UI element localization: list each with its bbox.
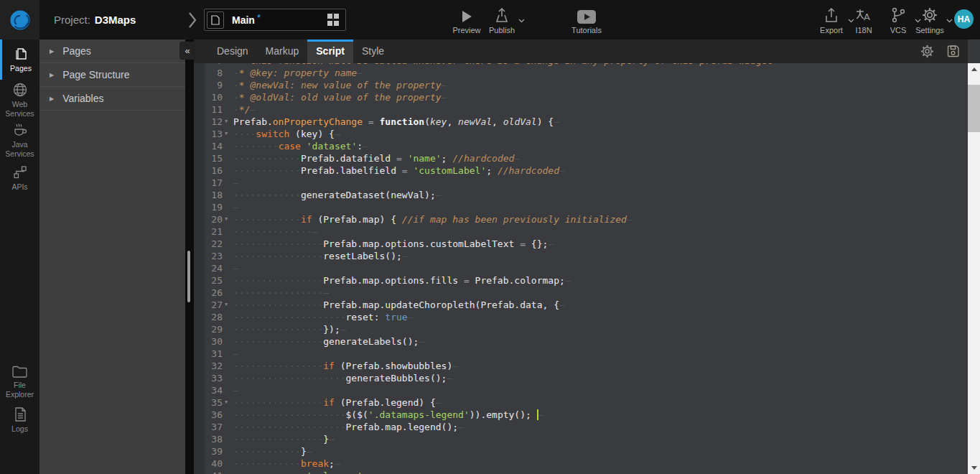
tab-markup[interactable]: Markup [257, 40, 308, 63]
line-number: 25 [194, 274, 223, 287]
code-text: ················});– [233, 323, 346, 335]
code-area: 7 * this function will be called wheneve… [194, 63, 968, 474]
code-line-37[interactable]: 37····················Prefab.map.legend(… [194, 421, 968, 433]
code-line-40[interactable]: 40············break;– [194, 457, 968, 470]
sidebar-item-file-explorer[interactable]: File Explorer [0, 361, 39, 401]
code-token-ws: ···················· [233, 409, 346, 420]
code-line-30[interactable]: 30················generateLabels();– [194, 335, 968, 348]
fold-arrow-icon[interactable]: ▼ [223, 213, 233, 226]
breadcrumb-chevron-icon [188, 11, 197, 29]
fold-arrow-icon[interactable]: ▼ [223, 396, 233, 409]
fold-arrow-icon[interactable]: ▼ [223, 128, 233, 140]
code-text: ············Prefab.labelfield = 'customL… [233, 164, 565, 177]
fold-gutter [223, 384, 233, 396]
fold-arrow-icon[interactable]: ▼ [223, 116, 233, 128]
code-line-13[interactable]: 13▼····switch (key) {– [194, 128, 968, 140]
page-switcher-grid-icon[interactable] [327, 14, 340, 26]
line-number: 40 [194, 457, 223, 470]
scrollbar-thumb[interactable] [968, 85, 980, 132]
code-line-24[interactable]: 24– [194, 262, 968, 274]
code-token-pln: Prefab.map.legend(); [346, 422, 459, 432]
settings-button[interactable]: Settings [910, 5, 950, 34]
code-line-20[interactable]: 20▼············if (Prefab.map) { //if ma… [194, 213, 968, 226]
panel-collapse-button[interactable]: « [179, 42, 195, 60]
code-token-pln: ) { [537, 116, 554, 127]
user-avatar[interactable]: HA [954, 9, 974, 29]
eol-marker: – [233, 263, 239, 274]
editor-settings-gear-icon[interactable] [920, 44, 935, 59]
code-line-29[interactable]: 29················});– [194, 323, 968, 335]
eol-marker: – [363, 141, 368, 152]
code-line-17[interactable]: 17– [194, 177, 968, 189]
code-line-31[interactable]: 31– [194, 348, 968, 360]
panel-splitter[interactable] [185, 40, 194, 474]
wavemaker-logo[interactable] [0, 0, 39, 40]
code-line-38[interactable]: 38················}– [194, 433, 968, 445]
code-line-36[interactable]: 36····················$($('.datamaps-leg… [194, 409, 968, 421]
tutorials-button[interactable]: Tutorials [566, 5, 607, 34]
code-line-32[interactable]: 32················if (Prefab.showbubbles… [194, 360, 968, 372]
panel-section-variables[interactable]: ▶ Variables [39, 87, 185, 111]
code-line-28[interactable]: 28····················reset: true– [194, 311, 968, 323]
code-line-33[interactable]: 33····················generateBubbles();… [194, 372, 968, 384]
code-line-41[interactable]: 41········case 'colormap':– [194, 470, 968, 474]
code-line-21[interactable]: 21··············– [194, 226, 968, 238]
code-token-ws: ················ [233, 287, 323, 298]
save-icon[interactable] [946, 44, 961, 59]
chevron-down-icon [518, 19, 525, 23]
sidebar-item-apis[interactable]: APIs [0, 160, 39, 196]
scroll-up-arrow[interactable] [968, 63, 980, 75]
code-token-kw: case [279, 470, 301, 474]
code-line-22[interactable]: 22················Prefab.map.options.cus… [194, 238, 968, 250]
code-line-10[interactable]: 10·* @oldVal: old value of the property– [194, 91, 968, 103]
tab-style[interactable]: Style [353, 40, 393, 63]
code-line-19[interactable]: 19– [194, 201, 968, 213]
code-text: ····················generateBubbles();– [233, 372, 452, 384]
code-line-11[interactable]: 11·*/– [194, 103, 968, 116]
publish-button[interactable]: Publish [482, 5, 522, 34]
page-tab-main[interactable]: Main * [204, 9, 346, 31]
tab-design[interactable]: Design [208, 40, 257, 63]
code-line-35[interactable]: 35▼················if (Prefab.legend) {– [194, 396, 968, 409]
topbar: Project: D3Maps Main * Preview Publish [0, 0, 980, 40]
fold-gutter [223, 372, 233, 384]
preview-label: Preview [447, 26, 487, 34]
sidebar-item-logs[interactable]: Logs [0, 401, 39, 439]
code-line-18[interactable]: 18············generateDataset(newVal);– [194, 189, 968, 201]
preview-button[interactable]: Preview [447, 5, 487, 34]
project-title: Project: D3Maps [54, 0, 136, 40]
line-number: 41 [194, 470, 223, 474]
panel-section-page-structure[interactable]: ▶ Page Structure [39, 63, 185, 87]
code-line-34[interactable]: 34– [194, 384, 968, 396]
code-line-16[interactable]: 16············Prefab.labelfield = 'custo… [194, 164, 968, 177]
code-line-27[interactable]: 27▼················Prefab.map.updateChor… [194, 299, 968, 311]
code-token-pln: generateBubbles(); [346, 373, 447, 384]
code-line-23[interactable]: 23················resetLabels();– [194, 250, 968, 262]
code-line-15[interactable]: 15············Prefab.datafield = 'name';… [194, 152, 968, 164]
code-line-9[interactable]: 9·* @newVal: new value of the property– [194, 79, 968, 91]
fold-gutter [223, 177, 233, 189]
eol-marker: – [233, 177, 239, 188]
fold-gutter [223, 335, 233, 348]
sidebar-item-label: Logs [11, 424, 28, 433]
sidebar-item-web-services[interactable]: Web Services [0, 80, 39, 120]
code-line-26[interactable]: 26················– [194, 287, 968, 299]
code-line-39[interactable]: 39············}– [194, 445, 968, 457]
code-token-def: onPropertyChange [273, 116, 363, 127]
eol-marker: – [335, 129, 340, 139]
code-token-ws: ················ [233, 275, 323, 286]
sidebar-item-pages[interactable]: Pages [0, 40, 39, 80]
code-line-25[interactable]: 25················Prefab.map.options.fil… [194, 274, 968, 287]
tab-script[interactable]: Script [307, 40, 353, 63]
fold-arrow-icon[interactable]: ▼ [223, 299, 233, 311]
code-line-12[interactable]: 12▼Prefab.onPropertyChange = function(ke… [194, 116, 968, 128]
code-line-8[interactable]: 8·* @key: property name– [194, 67, 968, 79]
panel-section-pages[interactable]: ▶ Pages [39, 40, 185, 63]
sidebar-item-java-services[interactable]: Java Services [0, 120, 39, 160]
code-text: – [233, 201, 239, 213]
splitter-scroll-thumb[interactable] [187, 251, 190, 302]
scroll-down-arrow[interactable] [968, 462, 980, 474]
script-editor[interactable]: 7 * this function will be called wheneve… [194, 63, 968, 474]
code-line-14[interactable]: 14········case 'dataset':– [194, 140, 968, 152]
editor-vertical-scrollbar[interactable] [968, 63, 980, 474]
